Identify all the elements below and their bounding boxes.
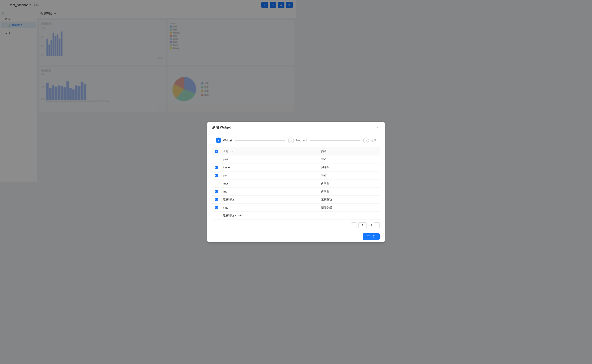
modal-title: 新增 Widget [212,125,231,130]
row-checkbox-2[interactable] [215,166,218,169]
step-line-1 [235,140,285,141]
step-2-label: Frequent [296,139,296,142]
table-row: lines折线图 [212,180,296,182]
table-row: funnel漏斗图 [212,163,296,171]
row-name: pie [221,171,296,180]
widget-table: 名称 ⇅ ⊿ 描述 pie1饼图funnel漏斗图pie饼图lines折线图li… [212,147,296,182]
select-all-header [212,147,221,156]
table-row: pie1饼图 [212,156,296,163]
row-checkbox-4[interactable] [215,182,218,182]
sort-icon[interactable]: ⇅ [229,150,231,153]
row-checkbox-3[interactable] [215,174,218,177]
table-header-row: 名称 ⇅ ⊿ 描述 [212,147,296,156]
step-1-label: Widget [223,139,232,142]
row-checkbox-1[interactable] [215,158,218,161]
row-checkbox-cell [212,171,221,180]
step-1-circle: 1 [215,137,221,143]
name-column-header: 名称 ⇅ ⊿ [221,147,296,156]
modal-overlay: 新增 Widget × 1 Widget 2 Frequent 3 [0,0,296,182]
modal-body: 名称 ⇅ ⊿ 描述 pie1饼图funnel漏斗图pie饼图lines折线图li… [207,147,296,182]
select-all-checkbox[interactable] [215,150,218,153]
filter-icon[interactable]: ⊿ [232,150,234,153]
step-2: 2 Frequent [288,137,296,143]
row-name: pie1 [221,156,296,163]
row-name: lines [221,180,296,182]
widget-table-body: pie1饼图funnel漏斗图pie饼图lines折线图line折线图透视驱动透… [212,156,296,182]
row-checkbox-cell [212,163,221,171]
row-checkbox-cell [212,156,221,163]
step-2-circle: 2 [288,137,294,143]
row-checkbox-cell [212,180,221,182]
row-name: funnel [221,163,296,171]
step-1: 1 Widget [215,137,232,143]
modal-header: 新增 Widget × [207,122,296,133]
add-widget-modal: 新增 Widget × 1 Widget 2 Frequent 3 [207,122,296,182]
steps-container: 1 Widget 2 Frequent 3 完成 [207,133,296,147]
table-row: pie饼图 [212,171,296,180]
